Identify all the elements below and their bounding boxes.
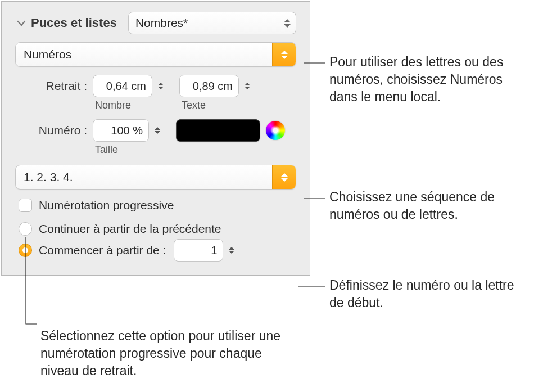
numbering-type-popup[interactable]: Numéros: [15, 42, 296, 67]
color-wheel-icon[interactable]: [266, 121, 285, 140]
numbering-type-value: Numéros: [24, 48, 71, 61]
list-style-popup[interactable]: Nombres*: [128, 12, 296, 34]
indent-text-caption: Texte: [182, 100, 206, 111]
startfrom-field[interactable]: 1: [174, 239, 223, 262]
number-size-field[interactable]: 100 %: [93, 119, 149, 142]
indent-label: Retrait :: [15, 75, 93, 93]
indent-text-field[interactable]: 0,89 cm: [179, 75, 239, 97]
indent-number-stepper[interactable]: [155, 83, 167, 89]
startfrom-radio[interactable]: [19, 244, 32, 257]
sequence-popup[interactable]: 1. 2. 3. 4.: [15, 165, 296, 190]
indent-number-field[interactable]: 0,64 cm: [93, 75, 152, 97]
indent-row: Retrait : 0,64 cm Nombre 0,89 cm: [15, 75, 296, 111]
number-size-value: 100 %: [111, 124, 143, 137]
startfrom-stepper[interactable]: [225, 247, 238, 254]
startfrom-value: 1: [211, 244, 217, 257]
bullets-lists-panel: Puces et listes Nombres* Numéros Retrait…: [1, 1, 310, 276]
section-header: Puces et listes Nombres*: [15, 12, 296, 34]
annotation-type-popup: Pour utiliser des lettres ou des numéros…: [329, 53, 521, 106]
chevron-updown-icon: [283, 17, 291, 29]
number-size-caption: Taille: [95, 144, 118, 156]
number-label: Numéro :: [15, 119, 93, 137]
number-color-swatch[interactable]: [176, 119, 260, 142]
number-size-stepper[interactable]: [151, 127, 164, 134]
annotation-tiered-checkbox: Sélectionnez cette option pour utiliser …: [40, 327, 299, 380]
startfrom-radio-label: Commencer à partir de :: [39, 244, 166, 257]
continue-radio[interactable]: [19, 222, 32, 236]
continue-radio-label: Continuer à partir de la précédente: [39, 222, 221, 236]
annotation-startfrom: Définissez le numéro ou la lettre de déb…: [329, 277, 521, 312]
list-style-value: Nombres*: [135, 16, 188, 30]
section-title: Puces et listes: [31, 16, 117, 30]
indent-number-value: 0,64 cm: [106, 80, 146, 93]
tiered-numbers-label: Numérotation progressive: [39, 199, 174, 212]
indent-text-stepper[interactable]: [241, 83, 254, 89]
tiered-numbers-checkbox[interactable]: [19, 199, 32, 212]
sequence-value: 1. 2. 3. 4.: [24, 170, 73, 184]
disclosure-icon[interactable]: [15, 17, 28, 29]
number-row: Numéro : 100 % Taille: [15, 119, 296, 156]
indent-text-value: 0,89 cm: [193, 80, 233, 93]
popup-button-icon: [272, 43, 296, 66]
indent-number-caption: Nombre: [95, 100, 131, 111]
annotation-sequence-popup: Choisissez une séquence de numéros ou de…: [329, 188, 532, 223]
popup-button-icon: [272, 165, 296, 189]
